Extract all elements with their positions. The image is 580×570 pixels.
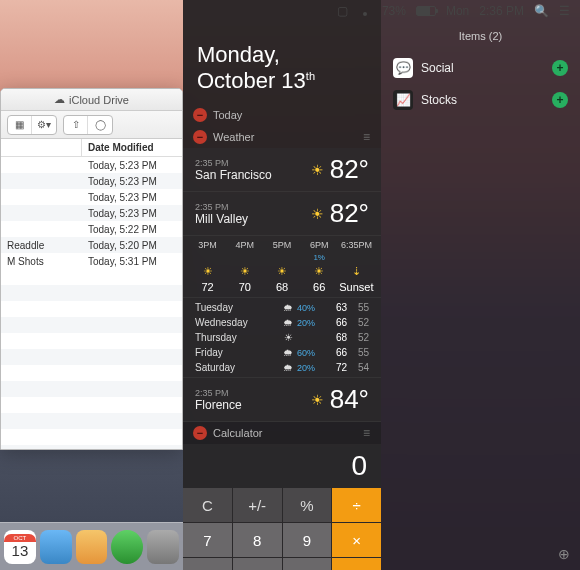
temp-low: 52 bbox=[347, 332, 369, 343]
day-row: Thursday☀6852 bbox=[183, 330, 381, 345]
spotlight-icon[interactable]: 🔍 bbox=[534, 4, 549, 18]
calc-key-×[interactable]: × bbox=[332, 523, 381, 557]
dock-app[interactable] bbox=[147, 530, 179, 564]
calc-key-÷[interactable]: ÷ bbox=[332, 488, 381, 522]
hour-label: 4PM bbox=[236, 240, 255, 250]
calc-key-9[interactable]: 9 bbox=[283, 523, 332, 557]
file-date: Today, 5:20 PM bbox=[82, 240, 182, 251]
remove-today-button[interactable]: − bbox=[193, 108, 207, 122]
file-name: M Shots bbox=[1, 256, 82, 267]
calc-key-C[interactable]: C bbox=[183, 488, 232, 522]
notification-center: Today Notifications Monday, October 13th… bbox=[183, 0, 381, 570]
table-row[interactable]: M ShotsToday, 5:31 PM bbox=[1, 253, 182, 269]
table-row[interactable]: Today, 5:23 PM bbox=[1, 189, 182, 205]
gear-button[interactable]: ⚙▾ bbox=[32, 116, 56, 134]
hour-temp: Sunset bbox=[339, 281, 373, 293]
day-name: Tuesday bbox=[195, 302, 279, 313]
weather-icon: 🌧 bbox=[279, 347, 297, 358]
list-icon[interactable]: ☰ bbox=[559, 4, 570, 18]
hour-col: 4PM☀70 bbox=[226, 240, 263, 293]
table-row[interactable]: Today, 5:23 PM bbox=[1, 157, 182, 173]
edit-gear-icon[interactable]: ⊕ bbox=[558, 546, 570, 562]
hour-temp: 70 bbox=[239, 281, 251, 293]
day-row: Friday🌧60%6655 bbox=[183, 345, 381, 360]
table-row[interactable]: ReaddleToday, 5:20 PM bbox=[1, 237, 182, 253]
widget-header-calculator: − Calculator ≡ bbox=[183, 422, 381, 444]
drag-handle-icon[interactable]: ≡ bbox=[363, 130, 371, 144]
hour-col: 6:35PM⇣Sunset bbox=[338, 240, 375, 293]
nc-date: Monday, October 13th bbox=[183, 34, 381, 104]
calc-key-4[interactable]: 4 bbox=[183, 558, 232, 570]
temp-high: 72 bbox=[325, 362, 347, 373]
sun-icon: ☀ bbox=[311, 162, 324, 178]
table-row[interactable]: Today, 5:23 PM bbox=[1, 173, 182, 189]
weather-icon: ☀ bbox=[314, 265, 324, 278]
calc-key-+/-[interactable]: +/- bbox=[233, 488, 282, 522]
nc-day-name: Monday, bbox=[197, 42, 367, 68]
items-panel: Items (2) 💬Social+📈Stocks+ ⊕ bbox=[381, 0, 580, 570]
social-icon: 💬 bbox=[393, 58, 413, 78]
day-row: Tuesday🌧40%6355 bbox=[183, 300, 381, 315]
widget-header-weather: − Weather ≡ bbox=[183, 126, 381, 148]
col-name[interactable] bbox=[1, 139, 82, 156]
temp-high: 68 bbox=[325, 332, 347, 343]
calc-key-%[interactable]: % bbox=[283, 488, 332, 522]
table-row[interactable]: Today, 5:22 PM bbox=[1, 221, 182, 237]
sun-icon: ☀ bbox=[311, 206, 324, 222]
add-widget-button[interactable]: + bbox=[552, 60, 568, 76]
weather-icon: ☀ bbox=[203, 265, 213, 278]
temp-low: 52 bbox=[347, 317, 369, 328]
city-name: Florence bbox=[195, 398, 305, 412]
hour-label: 6:35PM bbox=[341, 240, 372, 250]
calculator-label: Calculator bbox=[213, 427, 263, 439]
nc-month-day: October 13th bbox=[197, 68, 367, 94]
calc-key-−[interactable]: − bbox=[332, 558, 381, 570]
dock-calendar[interactable]: OCT 13 bbox=[4, 530, 36, 564]
menubar-time: 2:36 PM bbox=[479, 4, 524, 18]
city-row[interactable]: 2:35 PMMill Valley☀82° bbox=[183, 192, 381, 236]
dock-messages[interactable] bbox=[111, 530, 143, 564]
battery-icon[interactable] bbox=[416, 6, 436, 16]
precip-pct: 60% bbox=[297, 348, 325, 358]
remove-calculator-button[interactable]: − bbox=[193, 426, 207, 440]
temp-low: 55 bbox=[347, 347, 369, 358]
col-date-modified[interactable]: Date Modified bbox=[82, 139, 182, 156]
file-name: Readdle bbox=[1, 240, 82, 251]
airplay-icon[interactable]: ▢ bbox=[337, 4, 348, 18]
city-row[interactable]: 2:35 PM Florence ☀ 84° bbox=[183, 378, 381, 422]
hour-temp: 72 bbox=[201, 281, 213, 293]
precip-pct: 1% bbox=[313, 253, 325, 262]
widget-header-today: − Today bbox=[183, 104, 381, 126]
stocks-icon: 📈 bbox=[393, 90, 413, 110]
dock-finder[interactable] bbox=[40, 530, 72, 564]
share-button[interactable]: ⇧ bbox=[64, 116, 88, 134]
view-icon-button[interactable]: ▦ bbox=[8, 116, 32, 134]
drag-handle-icon[interactable]: ≡ bbox=[363, 426, 371, 440]
icloud-icon: ☁︎ bbox=[54, 93, 65, 106]
weather-icon: ☀ bbox=[240, 265, 250, 278]
hour-temp: 66 bbox=[313, 281, 325, 293]
battery-percent: 73% bbox=[382, 4, 406, 18]
calc-key-6[interactable]: 6 bbox=[283, 558, 332, 570]
wifi-icon[interactable] bbox=[358, 6, 372, 16]
calculator-display: 0 bbox=[183, 444, 381, 488]
calc-key-8[interactable]: 8 bbox=[233, 523, 282, 557]
weather-icon: 🌧 bbox=[279, 302, 297, 313]
day-name: Wednesday bbox=[195, 317, 279, 328]
dock-cal-month: OCT bbox=[4, 534, 36, 542]
weather-icon: ☀ bbox=[279, 332, 297, 343]
hourly-forecast: 3PM☀724PM☀705PM☀686PM1%☀666:35PM⇣Sunset bbox=[183, 236, 381, 298]
dock-photos[interactable] bbox=[76, 530, 108, 564]
table-row[interactable]: Today, 5:23 PM bbox=[1, 205, 182, 221]
calc-key-5[interactable]: 5 bbox=[233, 558, 282, 570]
dock-cal-day: 13 bbox=[12, 542, 29, 559]
hour-label: 3PM bbox=[198, 240, 217, 250]
calc-key-7[interactable]: 7 bbox=[183, 523, 232, 557]
add-widget-button[interactable]: + bbox=[552, 92, 568, 108]
tags-button[interactable]: ◯ bbox=[88, 116, 112, 134]
finder-empty-rows bbox=[1, 269, 182, 449]
city-row[interactable]: 2:35 PMSan Francisco☀82° bbox=[183, 148, 381, 192]
remove-weather-button[interactable]: − bbox=[193, 130, 207, 144]
sun-icon: ☀ bbox=[311, 392, 324, 408]
temp-high: 63 bbox=[325, 302, 347, 313]
